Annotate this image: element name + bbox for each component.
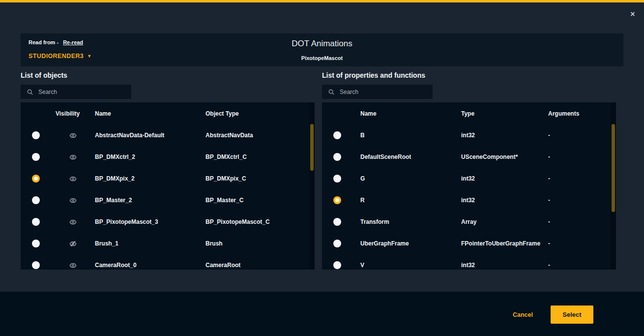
table-row[interactable]: UberGraphFrame FPointerToUberGraphFrame … [322,233,616,254]
radio-button[interactable] [32,218,40,226]
object-name: BP_DMXpix_2 [95,175,205,182]
table-row[interactable]: DefaultSceneRoot USceneComponent* - [322,146,616,168]
property-type: int32 [461,197,548,204]
object-type: BP_DMXctrl_C [205,153,315,160]
table-row[interactable]: CameraRoot_0 CameraRoot [21,254,315,270]
column-header-type: Type [461,110,548,117]
table-row[interactable]: BP_Master_2 BP_Master_C [21,189,315,211]
object-type: BP_Master_C [205,197,315,204]
property-arguments: - [548,175,616,182]
accent-top-bar [0,0,644,2]
object-type: CameraRoot [205,262,315,269]
property-type: int32 [461,262,548,269]
objects-table-header: Visibility Name Object Type [21,102,315,124]
radio-button[interactable] [333,261,341,269]
property-arguments: - [548,197,616,204]
object-type: Brush [205,240,315,247]
page-title: DOT Animations [21,39,623,49]
radio-button[interactable] [32,131,40,139]
property-name: V [352,262,461,269]
radio-button[interactable] [333,218,341,226]
objects-table: Visibility Name Object Type AbstractNavD… [21,102,315,270]
properties-table: Name Type Arguments B int32 - DefaultSce… [322,102,616,270]
object-name: BP_DMXctrl_2 [95,153,205,160]
radio-button[interactable] [333,153,341,161]
object-name: CameraRoot_0 [95,262,205,269]
table-row[interactable]: G int32 - [322,168,616,189]
object-name: Brush_1 [95,240,205,247]
column-header-arguments: Arguments [548,110,616,117]
table-row[interactable]: BP_DMXpix_2 BP_DMXpix_C [21,168,315,189]
cancel-button[interactable]: Cancel [513,311,533,318]
properties-search-box [322,85,433,99]
radio-button[interactable] [32,196,40,204]
radio-button[interactable] [32,261,40,269]
search-icon [328,89,335,95]
property-name: Transform [352,218,461,225]
property-type: USceneComponent* [461,153,548,160]
table-row[interactable]: Transform Array - [322,211,616,233]
property-name: DefaultSceneRoot [352,153,461,160]
properties-list-heading: List of properties and functions [322,71,425,79]
properties-search-input[interactable] [340,89,418,95]
radio-button[interactable] [333,196,341,204]
object-name: AbstractNavData-Default [95,132,205,139]
objects-search-box [21,85,131,99]
radio-button[interactable] [333,175,341,183]
property-arguments: - [548,153,616,160]
properties-scrollbar-thumb[interactable] [612,124,615,212]
property-name: G [352,175,461,182]
radio-button[interactable] [32,175,40,183]
table-row[interactable]: AbstractNavData-Default AbstractNavData [21,124,315,146]
eye-icon [69,175,77,183]
radio-button[interactable] [32,240,40,247]
column-header-object-type: Object Type [205,110,315,117]
object-name: BP_Master_2 [95,197,205,204]
radio-button[interactable] [333,131,341,139]
property-name: B [352,132,461,139]
eye-icon [69,262,77,269]
table-row[interactable]: BP_DMXctrl_2 BP_DMXctrl_C [21,146,315,168]
objects-list-heading: List of objects [21,71,67,79]
property-arguments: - [548,132,616,139]
object-name: BP_PixotopeMascot_3 [95,218,205,225]
column-header-visibility: Visibility [51,110,95,117]
column-header-name: Name [95,110,205,117]
column-header-name: Name [352,110,461,117]
property-type: int32 [461,132,548,139]
page-subtitle: PixotopeMascot [21,55,623,61]
object-type: BP_PixotopeMascot_C [205,218,315,225]
eye-icon [69,153,77,161]
radio-button[interactable] [32,153,40,161]
table-row[interactable]: V int32 - [322,254,616,270]
dot-animations-dialog: × Read from -Re-read STUDIORENDER3▼ DOT … [0,0,644,336]
property-type: FPointerToUberGraphFrame [461,240,548,247]
property-arguments: - [548,240,616,247]
properties-scrollbar [611,102,616,270]
eye-icon [69,218,77,226]
property-type: Array [461,218,548,225]
object-type: BP_DMXpix_C [205,175,315,182]
dialog-footer [0,292,644,336]
property-type: int32 [461,175,548,182]
dialog-header-panel: Read from -Re-read STUDIORENDER3▼ DOT An… [21,33,623,66]
object-type: AbstractNavData [205,132,315,139]
properties-table-header: Name Type Arguments [322,102,616,124]
select-button[interactable]: Select [551,305,593,324]
search-icon [27,89,33,95]
table-row[interactable]: R int32 - [322,189,616,211]
table-row[interactable]: B int32 - [322,124,616,146]
table-row[interactable]: Brush_1 Brush [21,233,315,254]
table-row[interactable]: BP_PixotopeMascot_3 BP_PixotopeMascot_C [21,211,315,233]
objects-scrollbar-thumb[interactable] [310,124,314,171]
objects-search-input[interactable] [38,89,117,95]
eye-icon [69,197,77,204]
property-arguments: - [548,262,616,269]
eye-icon [69,132,77,139]
property-name: R [352,197,461,204]
eye-off-icon [69,240,77,247]
close-icon[interactable]: × [628,9,638,19]
radio-button[interactable] [333,240,341,247]
property-arguments: - [548,218,616,225]
objects-scrollbar [309,102,315,270]
